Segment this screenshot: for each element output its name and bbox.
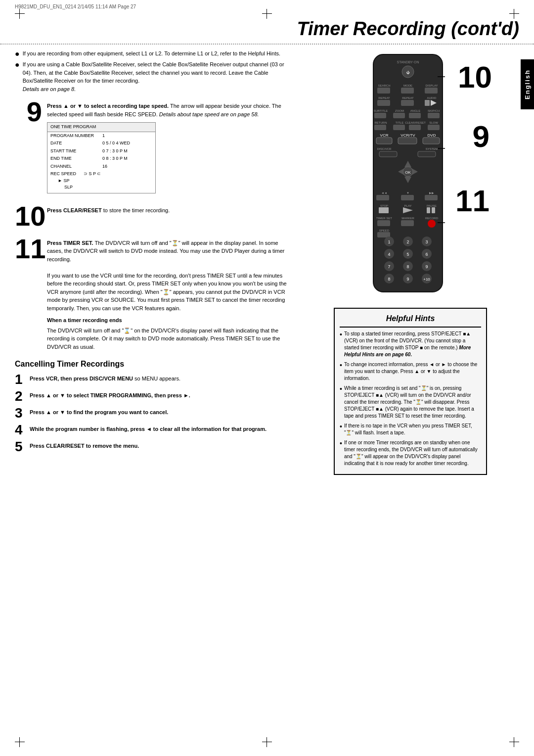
- table-row-start: START TIME 0 7 : 3 0 P M: [47, 147, 155, 155]
- svg-rect-24: [428, 113, 440, 118]
- hint-bullet-3: •: [340, 385, 342, 393]
- svg-text:DISC/VCR: DISC/VCR: [377, 147, 392, 150]
- svg-rect-29: [374, 125, 386, 130]
- cancel-step-2-text: Press ▲ or ▼ to select TIMER PROGRAMMING…: [30, 389, 190, 400]
- svg-text:2: 2: [406, 239, 409, 244]
- remote-area: 10 9 11 ⏻ STANDBY·ON SEARCH MODE: [302, 49, 519, 298]
- when-timer-ends-text: The DVD/VCR will turn off and "⌛" on the…: [47, 327, 292, 351]
- svg-text:MARKER: MARKER: [401, 217, 414, 220]
- bullet-item-1: ● If you are recording from other equipm…: [15, 49, 292, 58]
- svg-rect-32: [428, 125, 440, 130]
- svg-text:CLEAR/RESET: CLEAR/RESET: [405, 121, 426, 124]
- cancel-step-1: 1 Press VCR, then press DISC/VCR MENU so…: [15, 373, 292, 386]
- svg-rect-31: [409, 125, 421, 130]
- cancel-step-5-num: 5: [15, 440, 26, 454]
- svg-text:8: 8: [406, 264, 409, 269]
- step-10-bold: Press CLEAR/RESET: [47, 207, 102, 213]
- step-10-content: Press CLEAR/RESET to store the timer rec…: [47, 202, 292, 215]
- svg-rect-21: [374, 113, 386, 118]
- svg-rect-43: [379, 151, 397, 157]
- hint-item-3: • While a timer recording is set and "⏳"…: [340, 385, 481, 420]
- hint-bullet-2: •: [340, 361, 342, 370]
- remote-svg: ⏻ STANDBY·ON SEARCH MODE DISPLAY REPEAT …: [358, 49, 457, 297]
- cancel-step-5: 5 Press CLEAR/RESET to remove the menu.: [15, 440, 292, 454]
- hint-text-4: If there is no tape in the VCR when you …: [344, 423, 481, 436]
- svg-text:VCR/TV: VCR/TV: [400, 133, 415, 138]
- remote-svg-container: 10 9 11 ⏻ STANDBY·ON SEARCH MODE: [358, 49, 462, 298]
- step-11-bold: Press TIMER SET.: [47, 240, 93, 246]
- bullet-text-2: If you are using a Cable Box/Satellite R…: [23, 60, 292, 93]
- hint-bullet-1: •: [340, 331, 342, 339]
- svg-text:SEARCH: SEARCH: [378, 84, 390, 87]
- step-11-content: Press TIMER SET. The DVD/VCR will turn o…: [47, 235, 292, 355]
- reg-mark-bc: [262, 737, 272, 747]
- cancel-title: Cancelling Timer Recordings: [15, 360, 292, 369]
- helpful-hints-title: Helpful Hints: [340, 313, 481, 328]
- hint-item-2: • To change incorrect information, press…: [340, 361, 481, 382]
- hint-text-5: If one or more Timer recordings are on s…: [344, 439, 481, 467]
- svg-text:4: 4: [388, 252, 390, 257]
- step-9-content: Press ▲ or ▼ to select a recording tape …: [47, 98, 292, 197]
- cancel-step-5-text: Press CLEAR/RESET to remove the menu.: [30, 440, 139, 450]
- svg-text:REPEAT: REPEAT: [402, 96, 414, 99]
- svg-text:SUBTITLE: SUBTITLE: [374, 109, 388, 112]
- svg-rect-8: [401, 88, 414, 94]
- reg-mark-bl: [15, 737, 25, 747]
- svg-text:◄◄: ◄◄: [381, 191, 387, 194]
- svg-text:SPEED: SPEED: [379, 229, 390, 232]
- svg-text:6: 6: [425, 252, 428, 257]
- svg-rect-54: [376, 195, 389, 200]
- table-row-program: PROGRAM NUMBER 1: [47, 132, 155, 140]
- left-column: ● If you are recording from other equipm…: [15, 49, 292, 475]
- bullet-text-1: If you are recording from other equipmen…: [23, 49, 280, 58]
- svg-text:TITLE: TITLE: [396, 121, 403, 124]
- svg-rect-7: [377, 88, 390, 94]
- svg-text:OK: OK: [405, 170, 411, 175]
- reg-mark-br: [509, 737, 519, 747]
- svg-rect-36: [376, 138, 392, 144]
- svg-rect-63: [432, 207, 435, 213]
- cancel-step-3-text: Press ▲ or ▼ to find the program you wan…: [30, 406, 168, 417]
- cancel-step-4-num: 4: [15, 423, 26, 437]
- cancel-step-1-num: 1: [15, 373, 26, 386]
- step-10-number: 10: [15, 202, 42, 230]
- svg-text:1: 1: [388, 239, 390, 244]
- svg-text:AUDIO: AUDIO: [427, 96, 436, 99]
- svg-text:▼: ▼: [406, 191, 409, 194]
- svg-text:SYSTEM: SYSTEM: [426, 147, 438, 150]
- bullet-section: ● If you are recording from other equipm…: [15, 49, 292, 93]
- svg-text:STOP: STOP: [380, 204, 388, 207]
- svg-rect-38: [423, 138, 440, 144]
- svg-text:TIMER SET: TIMER SET: [376, 217, 392, 220]
- table-row-channel: CHANNEL 16: [47, 163, 155, 171]
- hint-text-1: To stop a started timer recording, press…: [344, 331, 481, 358]
- svg-rect-16: [425, 100, 430, 106]
- cancel-step-1-text: Press VCR, then press DISC/VCR MENU so M…: [30, 373, 180, 383]
- svg-text:VCR: VCR: [380, 133, 389, 138]
- svg-text:+10: +10: [423, 277, 430, 282]
- hint-item-1: • To stop a started timer recording, pre…: [340, 331, 481, 358]
- svg-point-67: [428, 220, 436, 228]
- step-10-block: 10 Press CLEAR/RESET to store the timer …: [15, 202, 292, 230]
- right-column: 10 9 11 ⏻ STANDBY·ON SEARCH MODE: [302, 49, 519, 475]
- cancel-step-4: 4 While the program number is flashing, …: [15, 423, 292, 437]
- cancel-step-2-num: 2: [15, 389, 26, 403]
- cancel-step-3-num: 3: [15, 406, 26, 420]
- svg-text:DVD: DVD: [428, 133, 436, 138]
- step-11-number: 11: [15, 235, 42, 263]
- main-content: ● If you are recording from other equipm…: [0, 45, 534, 480]
- svg-text:9: 9: [425, 264, 428, 269]
- hint-text-3: While a timer recording is set and "⏳" i…: [344, 385, 481, 420]
- svg-rect-68: [377, 220, 390, 226]
- file-info: H9821MD_DFU_EN1_0214 2/14/05 11:14 AM Pa…: [15, 4, 136, 9]
- svg-text:SKIP/CH: SKIP/CH: [428, 109, 440, 112]
- title-text: Timer Recording (cont'd): [297, 18, 519, 39]
- title-section: Timer Recording (cont'd): [0, 13, 534, 45]
- svg-rect-44: [418, 151, 436, 157]
- when-timer-ends-title: When a timer recording ends: [47, 316, 292, 325]
- svg-rect-23: [409, 113, 421, 118]
- svg-text:STANDBY·ON: STANDBY·ON: [397, 60, 419, 64]
- step-9-number: 9: [15, 98, 42, 126]
- bullet-dot-2: ●: [15, 61, 20, 69]
- step-9-block: 9 Press ▲ or ▼ to select a recording tap…: [15, 98, 292, 197]
